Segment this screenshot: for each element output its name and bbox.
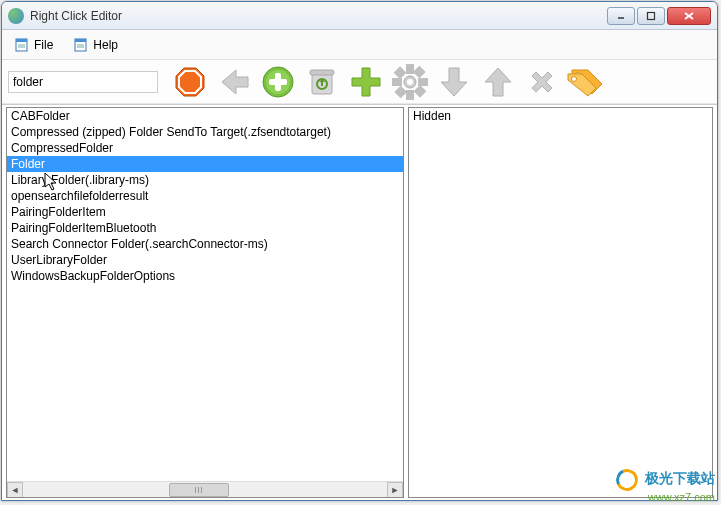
svg-marker-12 bbox=[176, 68, 204, 96]
svg-rect-28 bbox=[416, 87, 423, 94]
list-item[interactable]: UserLibraryFolder bbox=[7, 252, 403, 268]
menu-help-label: Help bbox=[93, 38, 118, 52]
right-panel: Hidden bbox=[408, 107, 713, 498]
menu-file[interactable]: File bbox=[8, 34, 59, 56]
svg-rect-1 bbox=[648, 12, 655, 19]
svg-point-29 bbox=[407, 79, 413, 85]
svg-rect-21 bbox=[408, 66, 412, 72]
trash-button[interactable] bbox=[302, 62, 342, 102]
window-title: Right Click Editor bbox=[30, 9, 607, 23]
svg-rect-26 bbox=[416, 68, 423, 75]
svg-rect-24 bbox=[420, 80, 426, 84]
svg-rect-9 bbox=[75, 39, 86, 42]
back-button[interactable] bbox=[214, 62, 254, 102]
list-item[interactable]: Folder bbox=[7, 156, 403, 172]
minimize-button[interactable] bbox=[607, 7, 635, 25]
list-item[interactable]: PairingFolderItem bbox=[7, 204, 403, 220]
titlebar: Right Click Editor bbox=[2, 2, 717, 30]
list-item[interactable]: Compressed (zipped) Folder SendTo Target… bbox=[7, 124, 403, 140]
svg-rect-22 bbox=[408, 92, 412, 98]
settings-button[interactable] bbox=[390, 62, 430, 102]
left-panel: CABFolderCompressed (zipped) Folder Send… bbox=[6, 107, 404, 498]
delete-button[interactable] bbox=[522, 62, 562, 102]
right-list[interactable]: Hidden bbox=[409, 108, 712, 124]
toolbar bbox=[2, 60, 717, 104]
plus-button[interactable] bbox=[346, 62, 386, 102]
content-area: CABFolderCompressed (zipped) Folder Send… bbox=[2, 104, 717, 500]
svg-point-31 bbox=[572, 76, 577, 81]
list-item[interactable]: Hidden bbox=[409, 108, 712, 124]
add-circle-button[interactable] bbox=[258, 62, 298, 102]
menubar: File Help bbox=[2, 30, 717, 60]
list-item[interactable]: WindowsBackupFolderOptions bbox=[7, 268, 403, 284]
scroll-thumb[interactable] bbox=[169, 483, 229, 497]
search-input[interactable] bbox=[8, 71, 158, 93]
stop-button[interactable] bbox=[170, 62, 210, 102]
app-window: Right Click Editor File Help bbox=[1, 1, 718, 501]
down-button[interactable] bbox=[434, 62, 474, 102]
menu-help[interactable]: Help bbox=[67, 34, 124, 56]
app-icon bbox=[8, 8, 24, 24]
svg-rect-27 bbox=[397, 88, 404, 95]
svg-rect-17 bbox=[269, 79, 287, 85]
tag-button[interactable] bbox=[566, 62, 606, 102]
maximize-button[interactable] bbox=[637, 7, 665, 25]
up-button[interactable] bbox=[478, 62, 518, 102]
svg-rect-25 bbox=[396, 69, 403, 76]
list-item[interactable]: Library Folder(.library-ms) bbox=[7, 172, 403, 188]
scroll-left-arrow[interactable]: ◄ bbox=[7, 482, 23, 498]
svg-rect-5 bbox=[16, 39, 27, 42]
help-icon bbox=[73, 37, 89, 53]
list-item[interactable]: CompressedFolder bbox=[7, 140, 403, 156]
close-button[interactable] bbox=[667, 7, 711, 25]
window-controls bbox=[607, 7, 711, 25]
left-list[interactable]: CABFolderCompressed (zipped) Folder Send… bbox=[7, 108, 403, 302]
file-icon bbox=[14, 37, 30, 53]
svg-rect-19 bbox=[310, 70, 334, 75]
scroll-right-arrow[interactable]: ► bbox=[387, 482, 403, 498]
list-item[interactable]: PairingFolderItemBluetooth bbox=[7, 220, 403, 236]
list-item[interactable]: Search Connector Folder(.searchConnector… bbox=[7, 236, 403, 252]
list-item[interactable]: opensearchfilefolderresult bbox=[7, 188, 403, 204]
svg-rect-23 bbox=[394, 80, 400, 84]
menu-file-label: File bbox=[34, 38, 53, 52]
scroll-track[interactable] bbox=[23, 482, 387, 498]
list-item[interactable]: CABFolder bbox=[7, 108, 403, 124]
h-scrollbar[interactable]: ◄ ► bbox=[7, 481, 403, 497]
